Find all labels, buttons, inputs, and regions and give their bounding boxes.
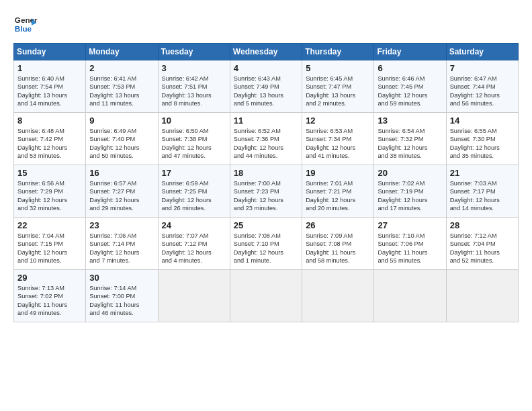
svg-text:Blue: Blue xyxy=(15,24,32,33)
day-number: 11 xyxy=(234,116,298,126)
day-info: Sunrise: 7:01 AM Sunset: 7:21 PM Dayligh… xyxy=(306,179,370,213)
header-day: Wednesday xyxy=(230,44,302,60)
day-info: Sunrise: 7:07 AM Sunset: 7:12 PM Dayligh… xyxy=(162,232,226,265)
day-number: 4 xyxy=(234,63,298,73)
day-number: 24 xyxy=(162,220,226,230)
calendar-header: SundayMondayTuesdayWednesdayThursdayFrid… xyxy=(14,44,519,60)
day-number: 23 xyxy=(89,220,154,230)
day-number: 30 xyxy=(89,273,154,283)
day-info: Sunrise: 7:10 AM Sunset: 7:06 PM Dayligh… xyxy=(378,232,442,265)
calendar-cell: 9Sunrise: 6:49 AM Sunset: 7:40 PM Daylig… xyxy=(86,113,158,165)
day-number: 18 xyxy=(234,168,298,178)
day-number: 15 xyxy=(17,168,82,178)
calendar-cell: 22Sunrise: 7:04 AM Sunset: 7:15 PM Dayli… xyxy=(14,218,86,270)
calendar-cell xyxy=(158,270,230,322)
day-info: Sunrise: 7:14 AM Sunset: 7:00 PM Dayligh… xyxy=(89,284,154,318)
day-info: Sunrise: 7:09 AM Sunset: 7:08 PM Dayligh… xyxy=(306,232,370,265)
day-info: Sunrise: 7:13 AM Sunset: 7:02 PM Dayligh… xyxy=(17,284,82,318)
calendar-cell xyxy=(230,270,302,322)
day-number: 3 xyxy=(162,63,226,73)
day-number: 22 xyxy=(17,220,82,230)
calendar-week: 1Sunrise: 6:40 AM Sunset: 7:54 PM Daylig… xyxy=(14,60,519,113)
calendar-cell xyxy=(374,270,446,322)
day-info: Sunrise: 6:59 AM Sunset: 7:25 PM Dayligh… xyxy=(162,179,226,213)
logo-icon: General Blue xyxy=(13,12,38,36)
day-info: Sunrise: 6:52 AM Sunset: 7:36 PM Dayligh… xyxy=(234,127,298,161)
day-number: 17 xyxy=(162,168,226,178)
day-info: Sunrise: 6:55 AM Sunset: 7:30 PM Dayligh… xyxy=(450,127,515,161)
day-number: 13 xyxy=(378,116,442,126)
day-info: Sunrise: 7:02 AM Sunset: 7:19 PM Dayligh… xyxy=(378,179,442,213)
header-day: Thursday xyxy=(302,44,374,60)
calendar-cell: 10Sunrise: 6:50 AM Sunset: 7:38 PM Dayli… xyxy=(158,113,230,165)
day-info: Sunrise: 7:06 AM Sunset: 7:14 PM Dayligh… xyxy=(89,232,154,265)
calendar-cell: 29Sunrise: 7:13 AM Sunset: 7:02 PM Dayli… xyxy=(14,270,86,322)
calendar-week: 8Sunrise: 6:48 AM Sunset: 7:42 PM Daylig… xyxy=(14,113,519,165)
calendar-cell: 30Sunrise: 7:14 AM Sunset: 7:00 PM Dayli… xyxy=(86,270,158,322)
day-number: 6 xyxy=(378,63,442,73)
day-info: Sunrise: 7:04 AM Sunset: 7:15 PM Dayligh… xyxy=(17,232,82,265)
day-number: 5 xyxy=(306,63,370,73)
day-number: 10 xyxy=(162,116,226,126)
header-day: Monday xyxy=(86,44,158,60)
calendar-cell: 16Sunrise: 6:57 AM Sunset: 7:27 PM Dayli… xyxy=(86,165,158,218)
calendar-cell: 15Sunrise: 6:56 AM Sunset: 7:29 PM Dayli… xyxy=(14,165,86,218)
day-info: Sunrise: 7:03 AM Sunset: 7:17 PM Dayligh… xyxy=(450,179,515,213)
day-info: Sunrise: 6:40 AM Sunset: 7:54 PM Dayligh… xyxy=(17,75,82,108)
logo: General Blue xyxy=(13,12,38,36)
day-info: Sunrise: 7:00 AM Sunset: 7:23 PM Dayligh… xyxy=(234,179,298,213)
calendar-cell: 7Sunrise: 6:47 AM Sunset: 7:44 PM Daylig… xyxy=(446,60,518,113)
day-info: Sunrise: 6:50 AM Sunset: 7:38 PM Dayligh… xyxy=(162,127,226,161)
day-info: Sunrise: 6:48 AM Sunset: 7:42 PM Dayligh… xyxy=(17,127,82,161)
day-number: 26 xyxy=(306,220,370,230)
day-info: Sunrise: 7:12 AM Sunset: 7:04 PM Dayligh… xyxy=(450,232,515,265)
calendar-cell: 4Sunrise: 6:43 AM Sunset: 7:49 PM Daylig… xyxy=(230,60,302,113)
day-number: 9 xyxy=(89,116,154,126)
day-info: Sunrise: 6:56 AM Sunset: 7:29 PM Dayligh… xyxy=(17,179,82,213)
day-info: Sunrise: 6:41 AM Sunset: 7:53 PM Dayligh… xyxy=(89,75,154,108)
calendar-cell xyxy=(446,270,518,322)
calendar-week: 29Sunrise: 7:13 AM Sunset: 7:02 PM Dayli… xyxy=(14,270,519,322)
day-number: 21 xyxy=(450,168,515,178)
calendar-cell: 11Sunrise: 6:52 AM Sunset: 7:36 PM Dayli… xyxy=(230,113,302,165)
calendar-cell: 26Sunrise: 7:09 AM Sunset: 7:08 PM Dayli… xyxy=(302,218,374,270)
calendar-cell xyxy=(302,270,374,322)
day-info: Sunrise: 6:49 AM Sunset: 7:40 PM Dayligh… xyxy=(89,127,154,161)
calendar-cell: 17Sunrise: 6:59 AM Sunset: 7:25 PM Dayli… xyxy=(158,165,230,218)
day-number: 7 xyxy=(450,63,515,73)
header-day: Friday xyxy=(374,44,446,60)
calendar-body: 1Sunrise: 6:40 AM Sunset: 7:54 PM Daylig… xyxy=(14,60,519,322)
day-number: 2 xyxy=(89,63,154,73)
day-info: Sunrise: 6:53 AM Sunset: 7:34 PM Dayligh… xyxy=(306,127,370,161)
header: General Blue xyxy=(13,12,519,36)
day-number: 16 xyxy=(89,168,154,178)
day-info: Sunrise: 6:47 AM Sunset: 7:44 PM Dayligh… xyxy=(450,75,515,108)
calendar-week: 15Sunrise: 6:56 AM Sunset: 7:29 PM Dayli… xyxy=(14,165,519,218)
calendar-cell: 25Sunrise: 7:08 AM Sunset: 7:10 PM Dayli… xyxy=(230,218,302,270)
day-number: 12 xyxy=(306,116,370,126)
header-day: Saturday xyxy=(446,44,518,60)
day-info: Sunrise: 6:45 AM Sunset: 7:47 PM Dayligh… xyxy=(306,75,370,108)
calendar-cell: 21Sunrise: 7:03 AM Sunset: 7:17 PM Dayli… xyxy=(446,165,518,218)
calendar-cell: 8Sunrise: 6:48 AM Sunset: 7:42 PM Daylig… xyxy=(14,113,86,165)
calendar-cell: 13Sunrise: 6:54 AM Sunset: 7:32 PM Dayli… xyxy=(374,113,446,165)
calendar-cell: 3Sunrise: 6:42 AM Sunset: 7:51 PM Daylig… xyxy=(158,60,230,113)
day-info: Sunrise: 6:54 AM Sunset: 7:32 PM Dayligh… xyxy=(378,127,442,161)
day-number: 29 xyxy=(17,273,82,283)
header-day: Tuesday xyxy=(158,44,230,60)
calendar-cell: 12Sunrise: 6:53 AM Sunset: 7:34 PM Dayli… xyxy=(302,113,374,165)
day-info: Sunrise: 6:42 AM Sunset: 7:51 PM Dayligh… xyxy=(162,75,226,108)
day-info: Sunrise: 7:08 AM Sunset: 7:10 PM Dayligh… xyxy=(234,232,298,265)
calendar-cell: 27Sunrise: 7:10 AM Sunset: 7:06 PM Dayli… xyxy=(374,218,446,270)
calendar-cell: 5Sunrise: 6:45 AM Sunset: 7:47 PM Daylig… xyxy=(302,60,374,113)
calendar-cell: 18Sunrise: 7:00 AM Sunset: 7:23 PM Dayli… xyxy=(230,165,302,218)
calendar-cell: 14Sunrise: 6:55 AM Sunset: 7:30 PM Dayli… xyxy=(446,113,518,165)
day-number: 20 xyxy=(378,168,442,178)
day-number: 27 xyxy=(378,220,442,230)
calendar-week: 22Sunrise: 7:04 AM Sunset: 7:15 PM Dayli… xyxy=(14,218,519,270)
calendar-cell: 1Sunrise: 6:40 AM Sunset: 7:54 PM Daylig… xyxy=(14,60,86,113)
day-info: Sunrise: 6:57 AM Sunset: 7:27 PM Dayligh… xyxy=(89,179,154,213)
calendar-cell: 28Sunrise: 7:12 AM Sunset: 7:04 PM Dayli… xyxy=(446,218,518,270)
page-container: General Blue SundayMondayTuesdayWednesda… xyxy=(0,0,532,329)
header-row: SundayMondayTuesdayWednesdayThursdayFrid… xyxy=(14,44,519,60)
